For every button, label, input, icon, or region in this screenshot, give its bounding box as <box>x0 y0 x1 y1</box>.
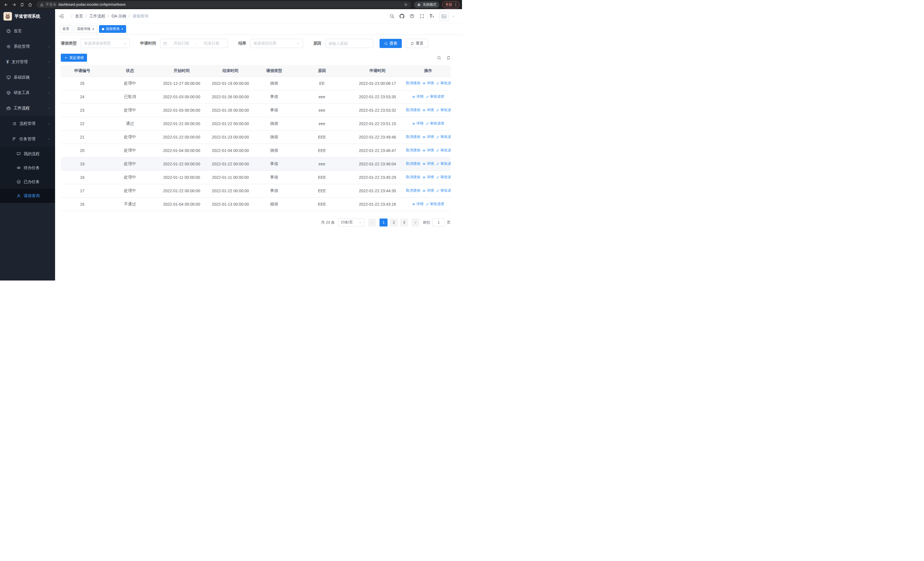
row-action-link[interactable]: 详情 <box>422 175 434 180</box>
cell-actions: 取消请假 详情 <box>406 157 451 170</box>
row-action-link[interactable]: 审批进度 <box>436 81 451 86</box>
tab[interactable]: 首页 × <box>60 25 72 33</box>
sidebar-item-label: 系统管理 <box>14 44 30 49</box>
next-page-button[interactable] <box>411 218 420 227</box>
result-select[interactable]: 请选择流结果 <box>250 39 303 48</box>
user-avatar[interactable] <box>439 11 449 21</box>
cell-status: 处理中 <box>104 144 156 157</box>
row-action-link[interactable]: 取消请假 <box>406 135 420 139</box>
row-action-link[interactable]: 审批进度 <box>426 202 444 206</box>
sidebar-task-item[interactable]: 待办任务 <box>0 161 55 175</box>
browser-home-button[interactable] <box>26 1 34 8</box>
address-bar[interactable]: 不安全 dashboard.yudao.iocoder.cn/bpm/oa/le… <box>36 1 411 8</box>
page-number-button[interactable]: 3 <box>400 218 408 227</box>
browser-back-button[interactable] <box>2 1 10 8</box>
reason-input[interactable] <box>325 39 373 48</box>
row-action-link[interactable]: 详情 <box>422 188 434 193</box>
app-logo[interactable]: 芋道管理系统 <box>0 9 55 23</box>
row-action-link[interactable]: 审批进度 <box>436 108 451 113</box>
search-button[interactable]: 搜索 <box>380 39 402 48</box>
incognito-label: 无痕模式 <box>423 2 436 7</box>
goto-page-input[interactable] <box>432 218 445 227</box>
prev-page-button[interactable] <box>368 218 376 227</box>
apply-time-range-picker[interactable]: 开始日期 - 结束日期 <box>160 39 228 48</box>
cell-status: 通过 <box>104 117 156 130</box>
breadcrumb-item[interactable]: 请假查询 <box>126 14 148 19</box>
row-action-link[interactable]: 取消请假 <box>406 161 420 166</box>
browser-forward-button[interactable] <box>10 1 18 8</box>
sidebar-task-item[interactable]: 已办任务 <box>0 175 55 189</box>
row-action-link[interactable]: 取消请假 <box>406 108 420 113</box>
sidebar-item[interactable]: 工作流程 <box>0 101 55 116</box>
row-action-link[interactable]: 详情 <box>422 108 434 113</box>
avatar-caret-icon[interactable] <box>452 15 455 18</box>
row-action-link[interactable]: 取消请假 <box>406 175 420 180</box>
help-icon[interactable] <box>410 14 414 18</box>
sidebar-task-item[interactable]: 请假查询 <box>0 189 55 203</box>
sidebar-task-item[interactable]: 我的流程 <box>0 147 55 161</box>
row-action-link[interactable]: 取消请假 <box>406 148 420 153</box>
row-action-link[interactable]: 详情 <box>422 135 434 139</box>
breadcrumb-item[interactable]: 工作流程 <box>83 14 105 19</box>
sidebar-item[interactable]: 系统管理 <box>0 39 55 54</box>
row-action-link[interactable]: 审批进度 <box>436 188 451 193</box>
row-action-link[interactable]: 审批进度 <box>436 135 451 139</box>
create-leave-button[interactable]: 发起请假 <box>61 54 87 62</box>
cell-end-time: 2022-01-23 00:00:00 <box>207 130 254 144</box>
tab-close-icon[interactable]: × <box>121 27 123 31</box>
check-circle-icon <box>16 180 21 184</box>
sidebar-item[interactable]: 首页 <box>0 23 55 39</box>
edit-icon <box>436 149 440 152</box>
row-action-link[interactable]: 详情 <box>412 121 423 126</box>
sidebar-item[interactable]: 基础设施 <box>0 70 55 85</box>
sidebar-item[interactable]: ¥ 支付管理 <box>0 54 55 70</box>
row-action-link[interactable]: 详情 <box>412 202 423 206</box>
sidebar-subitem[interactable]: 流程管理 <box>0 116 55 131</box>
tab[interactable]: 请假查询 × <box>99 25 126 33</box>
tab[interactable]: 流程详情 × <box>74 25 97 33</box>
cell-actions: 详情 审批进度 <box>406 117 451 130</box>
row-action-link[interactable]: 审批进度 <box>426 94 444 99</box>
cell-end-time: 2022-01-22 00:00:00 <box>207 184 254 197</box>
browser-menu-icon[interactable] <box>454 3 458 7</box>
plus-icon <box>64 56 68 59</box>
row-action-link[interactable]: 详情 <box>412 94 423 99</box>
cell-leave-type: 事假 <box>254 184 294 197</box>
sidebar-subitem-label: 任务管理 <box>20 137 35 142</box>
dashboard-icon <box>6 29 11 33</box>
sidebar-subitem[interactable]: 任务管理 <box>0 131 55 147</box>
edit-icon <box>436 108 440 112</box>
breadcrumb-item[interactable]: OA 示例 <box>105 14 126 19</box>
row-action-link[interactable]: 详情 <box>422 161 434 166</box>
row-action-link[interactable]: 审批进度 <box>436 148 451 153</box>
refresh-table-icon[interactable] <box>446 56 451 60</box>
toggle-search-icon[interactable] <box>437 56 441 60</box>
row-action-link[interactable]: 取消请假 <box>406 81 420 86</box>
row-action-link[interactable]: 取消请假 <box>406 188 420 193</box>
browser-reload-button[interactable] <box>18 1 26 8</box>
row-action-link[interactable]: 审批进度 <box>436 161 451 166</box>
table-row: 22 通过 2022-01-22 00:00:00 2022-01-22 00:… <box>61 117 451 130</box>
sidebar-collapse-button[interactable] <box>59 14 64 19</box>
browser-update-menu-button[interactable]: 更新 <box>442 1 460 8</box>
breadcrumb-item[interactable]: 首页 <box>69 14 83 19</box>
bookmark-star-icon[interactable] <box>404 3 408 7</box>
search-icon[interactable] <box>390 14 394 18</box>
sidebar-item[interactable]: 研发工具 <box>0 85 55 101</box>
page-size-select[interactable]: 10条/页 <box>338 218 365 227</box>
page-number-button[interactable]: 2 <box>390 218 398 227</box>
row-action-link[interactable]: 审批进度 <box>426 121 444 126</box>
fullscreen-icon[interactable] <box>420 14 424 18</box>
page-number-button[interactable]: 1 <box>380 218 387 227</box>
row-action-link[interactable]: 审批进度 <box>436 175 451 180</box>
reset-button[interactable]: 重置 <box>406 39 428 48</box>
edit-icon <box>436 135 440 139</box>
github-icon[interactable] <box>399 14 404 18</box>
leave-type-select[interactable]: 请选择请假类型 <box>81 39 130 48</box>
row-action-link[interactable]: 详情 <box>422 81 434 86</box>
leave-type-label: 请假类型 <box>61 41 77 46</box>
row-action-link[interactable]: 详情 <box>422 148 434 153</box>
tab-close-icon[interactable]: × <box>92 27 94 31</box>
cell-actions: 取消请假 详情 <box>406 184 451 197</box>
font-size-icon[interactable]: TT <box>429 14 434 18</box>
